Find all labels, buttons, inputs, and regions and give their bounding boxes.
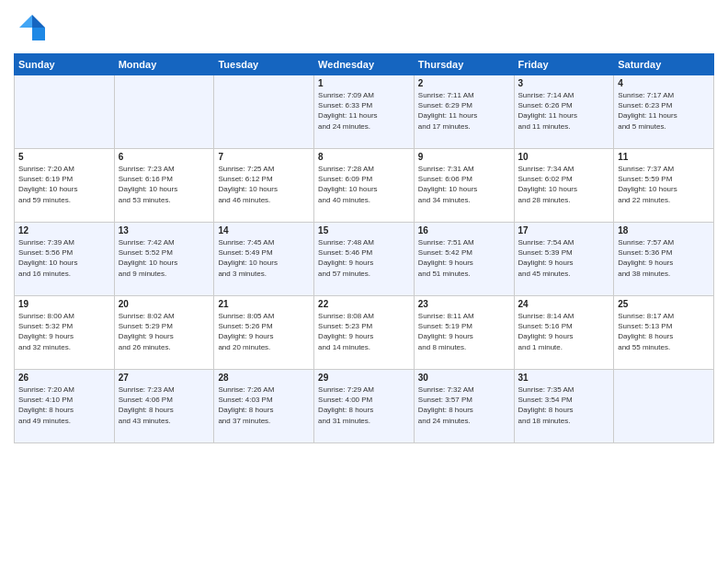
cell-sun-info: Sunrise: 8:17 AM Sunset: 5:13 PM Dayligh… — [618, 311, 710, 352]
calendar-cell: 7Sunrise: 7:25 AM Sunset: 6:12 PM Daylig… — [214, 149, 314, 223]
calendar-cell: 2Sunrise: 7:11 AM Sunset: 6:29 PM Daylig… — [414, 75, 514, 149]
calendar-cell: 22Sunrise: 8:08 AM Sunset: 5:23 PM Dayli… — [314, 296, 415, 370]
day-number: 3 — [518, 78, 610, 88]
day-number: 26 — [18, 373, 110, 383]
cell-sun-info: Sunrise: 7:31 AM Sunset: 6:06 PM Dayligh… — [418, 164, 510, 205]
cell-sun-info: Sunrise: 7:20 AM Sunset: 6:19 PM Dayligh… — [18, 164, 110, 205]
logo — [14, 9, 49, 46]
day-number: 19 — [18, 299, 110, 309]
cell-sun-info: Sunrise: 7:45 AM Sunset: 5:49 PM Dayligh… — [218, 237, 310, 279]
calendar-cell: 29Sunrise: 7:29 AM Sunset: 4:00 PM Dayli… — [314, 370, 415, 443]
cell-sun-info: Sunrise: 7:42 AM Sunset: 5:52 PM Dayligh… — [119, 237, 210, 279]
calendar-cell: 4Sunrise: 7:17 AM Sunset: 6:23 PM Daylig… — [614, 75, 714, 149]
week-row-1: 1Sunrise: 7:09 AM Sunset: 6:33 PM Daylig… — [15, 75, 714, 149]
calendar-cell: 25Sunrise: 8:17 AM Sunset: 5:13 PM Dayli… — [614, 296, 714, 370]
calendar-cell — [15, 75, 115, 149]
cell-sun-info: Sunrise: 8:08 AM Sunset: 5:23 PM Dayligh… — [318, 311, 410, 352]
weekday-header-tuesday: Tuesday — [214, 54, 314, 75]
day-number: 5 — [18, 152, 110, 162]
svg-marker-2 — [32, 28, 45, 40]
calendar-cell: 15Sunrise: 7:48 AM Sunset: 5:46 PM Dayli… — [314, 223, 415, 296]
day-number: 1 — [318, 78, 410, 88]
week-row-5: 26Sunrise: 7:20 AM Sunset: 4:10 PM Dayli… — [15, 370, 714, 443]
calendar-cell: 6Sunrise: 7:23 AM Sunset: 6:16 PM Daylig… — [114, 149, 214, 223]
day-number: 24 — [518, 299, 610, 309]
week-row-4: 19Sunrise: 8:00 AM Sunset: 5:32 PM Dayli… — [15, 296, 714, 370]
weekday-header-thursday: Thursday — [414, 54, 514, 75]
calendar-cell: 31Sunrise: 7:35 AM Sunset: 3:54 PM Dayli… — [514, 370, 614, 443]
day-number: 28 — [218, 373, 310, 383]
calendar-cell: 26Sunrise: 7:20 AM Sunset: 4:10 PM Dayli… — [15, 370, 115, 443]
calendar-cell: 19Sunrise: 8:00 AM Sunset: 5:32 PM Dayli… — [15, 296, 115, 370]
calendar-cell: 20Sunrise: 8:02 AM Sunset: 5:29 PM Dayli… — [114, 296, 214, 370]
day-number: 4 — [618, 78, 710, 88]
cell-sun-info: Sunrise: 7:32 AM Sunset: 3:57 PM Dayligh… — [418, 385, 510, 426]
day-number: 10 — [518, 152, 610, 162]
cell-sun-info: Sunrise: 8:11 AM Sunset: 5:19 PM Dayligh… — [418, 311, 510, 352]
cell-sun-info: Sunrise: 7:29 AM Sunset: 4:00 PM Dayligh… — [318, 385, 410, 426]
cell-sun-info: Sunrise: 8:00 AM Sunset: 5:32 PM Dayligh… — [18, 311, 110, 352]
calendar-cell: 21Sunrise: 8:05 AM Sunset: 5:26 PM Dayli… — [214, 296, 314, 370]
cell-sun-info: Sunrise: 7:23 AM Sunset: 6:16 PM Dayligh… — [119, 164, 210, 205]
calendar-cell: 30Sunrise: 7:32 AM Sunset: 3:57 PM Dayli… — [414, 370, 514, 443]
calendar-cell: 28Sunrise: 7:26 AM Sunset: 4:03 PM Dayli… — [214, 370, 314, 443]
weekday-row: SundayMondayTuesdayWednesdayThursdayFrid… — [15, 54, 714, 75]
calendar-cell: 17Sunrise: 7:54 AM Sunset: 5:39 PM Dayli… — [514, 223, 614, 296]
calendar-cell: 16Sunrise: 7:51 AM Sunset: 5:42 PM Dayli… — [414, 223, 514, 296]
calendar-cell: 14Sunrise: 7:45 AM Sunset: 5:49 PM Dayli… — [214, 223, 314, 296]
header — [14, 9, 714, 46]
cell-sun-info: Sunrise: 7:35 AM Sunset: 3:54 PM Dayligh… — [518, 385, 610, 426]
calendar-cell: 10Sunrise: 7:34 AM Sunset: 6:02 PM Dayli… — [514, 149, 614, 223]
calendar-cell — [614, 370, 714, 443]
cell-sun-info: Sunrise: 7:48 AM Sunset: 5:46 PM Dayligh… — [318, 237, 410, 279]
week-row-2: 5Sunrise: 7:20 AM Sunset: 6:19 PM Daylig… — [15, 149, 714, 223]
calendar-cell — [214, 75, 314, 149]
calendar-body: 1Sunrise: 7:09 AM Sunset: 6:33 PM Daylig… — [15, 75, 714, 443]
day-number: 23 — [418, 299, 510, 309]
calendar-cell: 9Sunrise: 7:31 AM Sunset: 6:06 PM Daylig… — [414, 149, 514, 223]
cell-sun-info: Sunrise: 7:20 AM Sunset: 4:10 PM Dayligh… — [18, 385, 110, 426]
cell-sun-info: Sunrise: 7:54 AM Sunset: 5:39 PM Dayligh… — [518, 237, 610, 279]
day-number: 7 — [218, 152, 310, 162]
calendar-cell: 3Sunrise: 7:14 AM Sunset: 6:26 PM Daylig… — [514, 75, 614, 149]
calendar-cell: 24Sunrise: 8:14 AM Sunset: 5:16 PM Dayli… — [514, 296, 614, 370]
cell-sun-info: Sunrise: 7:51 AM Sunset: 5:42 PM Dayligh… — [418, 237, 510, 279]
cell-sun-info: Sunrise: 7:37 AM Sunset: 5:59 PM Dayligh… — [618, 164, 710, 205]
cell-sun-info: Sunrise: 7:14 AM Sunset: 6:26 PM Dayligh… — [518, 90, 610, 132]
day-number: 8 — [318, 152, 410, 162]
calendar-cell: 5Sunrise: 7:20 AM Sunset: 6:19 PM Daylig… — [15, 149, 115, 223]
day-number: 9 — [418, 152, 510, 162]
day-number: 15 — [318, 225, 410, 236]
calendar-cell: 8Sunrise: 7:28 AM Sunset: 6:09 PM Daylig… — [314, 149, 415, 223]
day-number: 12 — [18, 225, 110, 236]
day-number: 21 — [218, 299, 310, 309]
weekday-header-friday: Friday — [514, 54, 614, 75]
calendar-cell: 12Sunrise: 7:39 AM Sunset: 5:56 PM Dayli… — [15, 223, 115, 296]
weekday-header-monday: Monday — [114, 54, 214, 75]
cell-sun-info: Sunrise: 7:23 AM Sunset: 4:06 PM Dayligh… — [119, 385, 210, 426]
cell-sun-info: Sunrise: 7:17 AM Sunset: 6:23 PM Dayligh… — [618, 90, 710, 132]
cell-sun-info: Sunrise: 7:09 AM Sunset: 6:33 PM Dayligh… — [318, 90, 410, 132]
calendar-table: SundayMondayTuesdayWednesdayThursdayFrid… — [14, 53, 714, 443]
cell-sun-info: Sunrise: 7:11 AM Sunset: 6:29 PM Dayligh… — [418, 90, 510, 132]
day-number: 22 — [318, 299, 410, 309]
cell-sun-info: Sunrise: 7:25 AM Sunset: 6:12 PM Dayligh… — [218, 164, 310, 205]
calendar-cell: 13Sunrise: 7:42 AM Sunset: 5:52 PM Dayli… — [114, 223, 214, 296]
day-number: 13 — [119, 225, 210, 236]
weekday-header-saturday: Saturday — [614, 54, 714, 75]
cell-sun-info: Sunrise: 8:02 AM Sunset: 5:29 PM Dayligh… — [119, 311, 210, 352]
day-number: 27 — [119, 373, 210, 383]
logo-icon — [14, 9, 47, 42]
cell-sun-info: Sunrise: 7:26 AM Sunset: 4:03 PM Dayligh… — [218, 385, 310, 426]
day-number: 20 — [119, 299, 210, 309]
calendar-cell: 23Sunrise: 8:11 AM Sunset: 5:19 PM Dayli… — [414, 296, 514, 370]
cell-sun-info: Sunrise: 7:28 AM Sunset: 6:09 PM Dayligh… — [318, 164, 410, 205]
cell-sun-info: Sunrise: 7:39 AM Sunset: 5:56 PM Dayligh… — [18, 237, 110, 279]
calendar-cell: 1Sunrise: 7:09 AM Sunset: 6:33 PM Daylig… — [314, 75, 415, 149]
day-number: 17 — [518, 225, 610, 236]
cell-sun-info: Sunrise: 8:14 AM Sunset: 5:16 PM Dayligh… — [518, 311, 610, 352]
day-number: 14 — [218, 225, 310, 236]
week-row-3: 12Sunrise: 7:39 AM Sunset: 5:56 PM Dayli… — [15, 223, 714, 296]
weekday-header-wednesday: Wednesday — [314, 54, 415, 75]
day-number: 29 — [318, 373, 410, 383]
